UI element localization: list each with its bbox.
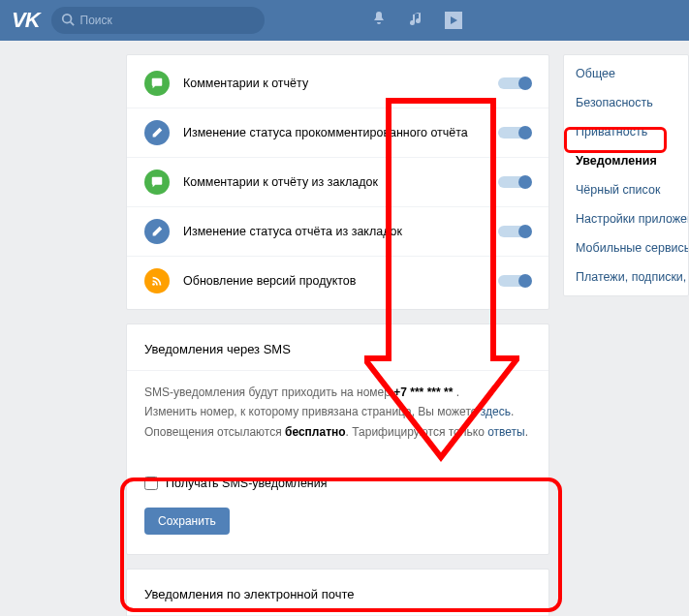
email-panel: Уведомления по электронной почте Email д…	[126, 569, 549, 616]
search-box[interactable]	[51, 7, 265, 34]
sidebar-item[interactable]: Чёрный список	[564, 175, 688, 204]
content-area: Комментарии к отчётуИзменение статуса пр…	[0, 41, 689, 616]
notif-row: Изменение статуса прокомментированного о…	[127, 108, 548, 157]
notif-label: Обновление версий продуктов	[183, 274, 498, 288]
sms-checkbox-label: Получать SMS-уведомления	[166, 477, 328, 490]
sidebar-item[interactable]: Уведомления	[564, 146, 688, 175]
answers-link[interactable]: ответы	[487, 425, 525, 439]
notif-toggle[interactable]	[498, 226, 531, 237]
notif-row: Обновление версий продуктов	[127, 256, 548, 305]
sidebar-item[interactable]: Настройки приложений	[564, 204, 688, 233]
notif-label: Комментарии к отчёту	[183, 77, 498, 90]
sidebar-item[interactable]: Приватность	[564, 117, 688, 146]
notif-toggle[interactable]	[498, 176, 531, 188]
play-icon[interactable]	[445, 12, 462, 29]
notif-row: Комментарии к отчёту	[127, 59, 548, 108]
notif-toggle[interactable]	[498, 275, 531, 287]
sidebar-item[interactable]: Общее	[564, 59, 688, 88]
sidebar-item[interactable]: Безопасность	[564, 88, 688, 117]
pencil-icon	[144, 219, 170, 244]
notif-toggle[interactable]	[498, 77, 531, 89]
sms-checkbox[interactable]	[144, 477, 158, 490]
sms-panel: Уведомления через SMS SMS-уведомления бу…	[126, 323, 549, 555]
notif-label: Изменение статуса прокомментированного о…	[183, 126, 498, 139]
search-icon	[61, 13, 80, 29]
svg-point-2	[152, 283, 155, 286]
svg-point-0	[62, 14, 71, 22]
sms-body: SMS-уведомления будут приходить на номер…	[127, 371, 548, 447]
notif-label: Комментарии к отчёту из закладок	[183, 175, 498, 189]
vk-logo[interactable]: VK	[8, 8, 51, 33]
bell-icon[interactable]	[371, 11, 387, 30]
svg-line-1	[70, 21, 74, 25]
main-column: Комментарии к отчётуИзменение статуса пр…	[126, 54, 549, 616]
chat-icon	[144, 169, 170, 195]
notif-types-panel: Комментарии к отчётуИзменение статуса пр…	[126, 54, 549, 310]
sidebar-item[interactable]: Платежи, подписки, переводы	[564, 262, 688, 292]
change-number-link[interactable]: здесь	[481, 405, 511, 418]
notif-row: Изменение статуса отчёта из закладок	[127, 206, 548, 256]
save-row: Сохранить	[127, 500, 548, 550]
pencil-icon	[144, 120, 170, 145]
chat-icon	[144, 71, 170, 96]
rss-icon	[144, 268, 170, 293]
notif-row: Комментарии к отчёту из закладок	[127, 157, 548, 206]
sidebar-item[interactable]: Мобильные сервисы	[564, 233, 688, 262]
notif-label: Изменение статуса отчёта из закладок	[183, 225, 498, 238]
notif-toggle[interactable]	[498, 127, 531, 139]
save-button[interactable]: Сохранить	[144, 508, 230, 535]
sms-title: Уведомления через SMS	[127, 328, 548, 371]
top-header: VK	[0, 0, 689, 41]
settings-sidebar: ОбщееБезопасностьПриватностьУведомленияЧ…	[563, 54, 689, 296]
email-title: Уведомления по электронной почте	[127, 573, 548, 616]
search-input[interactable]	[80, 14, 255, 27]
header-icons	[371, 11, 462, 30]
sms-checkbox-row: Получать SMS-уведомления	[127, 447, 548, 500]
music-icon[interactable]	[408, 11, 423, 30]
